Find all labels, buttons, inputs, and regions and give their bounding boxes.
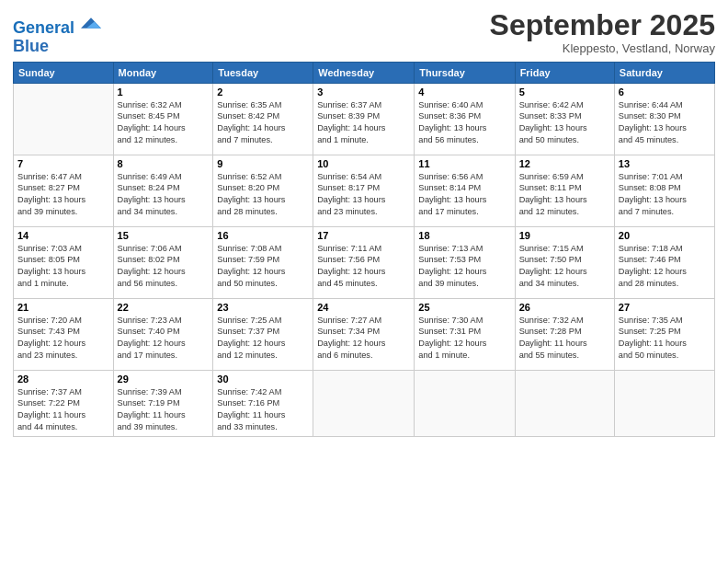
calendar-cell: 23Sunrise: 7:25 AM Sunset: 7:37 PM Dayli… <box>213 298 313 370</box>
col-thursday: Thursday <box>415 62 515 83</box>
calendar-cell: 18Sunrise: 7:13 AM Sunset: 7:53 PM Dayli… <box>415 226 515 298</box>
day-number: 30 <box>217 373 309 385</box>
day-number: 10 <box>317 158 410 169</box>
day-number: 12 <box>519 158 610 169</box>
month-title: September 2025 <box>490 9 715 41</box>
calendar-week-0: 1Sunrise: 6:32 AM Sunset: 8:45 PM Daylig… <box>14 83 715 155</box>
day-info: Sunrise: 7:06 AM Sunset: 8:02 PM Dayligh… <box>118 243 210 291</box>
col-sunday: Sunday <box>14 62 114 83</box>
day-number: 4 <box>418 86 510 98</box>
calendar-cell: 9Sunrise: 6:52 AM Sunset: 8:20 PM Daylig… <box>213 155 313 226</box>
calendar-cell: 19Sunrise: 7:15 AM Sunset: 7:50 PM Dayli… <box>515 226 614 298</box>
day-info: Sunrise: 7:30 AM Sunset: 7:31 PM Dayligh… <box>418 315 510 362</box>
col-friday: Friday <box>515 62 614 83</box>
day-info: Sunrise: 7:42 AM Sunset: 7:16 PM Dayligh… <box>217 386 309 434</box>
header-row: Sunday Monday Tuesday Wednesday Thursday… <box>14 62 715 83</box>
calendar-cell: 29Sunrise: 7:39 AM Sunset: 7:19 PM Dayli… <box>113 370 213 437</box>
day-info: Sunrise: 6:49 AM Sunset: 8:24 PM Dayligh… <box>118 171 210 219</box>
calendar-cell: 20Sunrise: 7:18 AM Sunset: 7:46 PM Dayli… <box>614 226 714 298</box>
calendar-week-4: 28Sunrise: 7:37 AM Sunset: 7:22 PM Dayli… <box>14 370 715 437</box>
day-info: Sunrise: 7:25 AM Sunset: 7:37 PM Dayligh… <box>217 315 309 362</box>
calendar-week-3: 21Sunrise: 7:20 AM Sunset: 7:43 PM Dayli… <box>14 298 715 370</box>
calendar-cell: 30Sunrise: 7:42 AM Sunset: 7:16 PM Dayli… <box>213 370 313 437</box>
calendar-cell <box>14 83 114 155</box>
day-info: Sunrise: 6:59 AM Sunset: 8:11 PM Dayligh… <box>519 171 610 219</box>
day-number: 15 <box>118 230 210 241</box>
logo-text: General <box>13 13 101 38</box>
day-number: 9 <box>217 158 309 169</box>
day-number: 11 <box>418 158 510 169</box>
col-monday: Monday <box>113 62 213 83</box>
day-number: 6 <box>619 86 711 98</box>
day-info: Sunrise: 7:03 AM Sunset: 8:05 PM Dayligh… <box>17 243 109 291</box>
calendar-cell: 25Sunrise: 7:30 AM Sunset: 7:31 PM Dayli… <box>415 298 515 370</box>
calendar-week-1: 7Sunrise: 6:47 AM Sunset: 8:27 PM Daylig… <box>14 155 715 226</box>
day-number: 28 <box>17 373 109 385</box>
day-number: 17 <box>317 230 410 241</box>
location: Kleppesto, Vestland, Norway <box>490 41 715 55</box>
day-number: 18 <box>418 230 510 241</box>
day-info: Sunrise: 7:27 AM Sunset: 7:34 PM Dayligh… <box>317 315 410 362</box>
day-info: Sunrise: 7:18 AM Sunset: 7:46 PM Dayligh… <box>619 243 711 291</box>
logo: General Blue <box>13 13 101 56</box>
day-info: Sunrise: 7:32 AM Sunset: 7:28 PM Dayligh… <box>519 315 610 362</box>
day-info: Sunrise: 6:56 AM Sunset: 8:14 PM Dayligh… <box>418 171 510 219</box>
calendar-cell: 26Sunrise: 7:32 AM Sunset: 7:28 PM Dayli… <box>515 298 614 370</box>
logo-line2: Blue <box>13 38 101 56</box>
calendar-cell: 28Sunrise: 7:37 AM Sunset: 7:22 PM Dayli… <box>14 370 114 437</box>
day-number: 16 <box>217 230 309 241</box>
day-info: Sunrise: 6:42 AM Sunset: 8:33 PM Dayligh… <box>519 99 610 147</box>
calendar-cell: 15Sunrise: 7:06 AM Sunset: 8:02 PM Dayli… <box>113 226 213 298</box>
day-number: 8 <box>118 158 210 169</box>
day-info: Sunrise: 7:08 AM Sunset: 7:59 PM Dayligh… <box>217 243 309 291</box>
day-info: Sunrise: 6:52 AM Sunset: 8:20 PM Dayligh… <box>217 171 309 219</box>
day-info: Sunrise: 6:44 AM Sunset: 8:30 PM Dayligh… <box>619 99 711 147</box>
day-info: Sunrise: 7:01 AM Sunset: 8:08 PM Dayligh… <box>619 171 711 219</box>
day-info: Sunrise: 7:13 AM Sunset: 7:53 PM Dayligh… <box>418 243 510 291</box>
calendar-cell: 8Sunrise: 6:49 AM Sunset: 8:24 PM Daylig… <box>113 155 213 226</box>
day-info: Sunrise: 6:32 AM Sunset: 8:45 PM Dayligh… <box>118 99 210 147</box>
calendar-cell: 2Sunrise: 6:35 AM Sunset: 8:42 PM Daylig… <box>213 83 313 155</box>
day-number: 3 <box>317 86 410 98</box>
calendar-cell: 14Sunrise: 7:03 AM Sunset: 8:05 PM Dayli… <box>14 226 114 298</box>
day-info: Sunrise: 7:20 AM Sunset: 7:43 PM Dayligh… <box>17 315 109 362</box>
calendar-cell: 22Sunrise: 7:23 AM Sunset: 7:40 PM Dayli… <box>113 298 213 370</box>
calendar-cell: 4Sunrise: 6:40 AM Sunset: 8:36 PM Daylig… <box>415 83 515 155</box>
calendar-cell <box>515 370 614 437</box>
day-number: 19 <box>519 230 610 241</box>
calendar-cell: 27Sunrise: 7:35 AM Sunset: 7:25 PM Dayli… <box>614 298 714 370</box>
day-number: 5 <box>519 86 610 98</box>
day-number: 22 <box>118 302 210 313</box>
logo-icon <box>81 13 101 33</box>
calendar-cell: 5Sunrise: 6:42 AM Sunset: 8:33 PM Daylig… <box>515 83 614 155</box>
day-number: 20 <box>619 230 711 241</box>
calendar-cell: 3Sunrise: 6:37 AM Sunset: 8:39 PM Daylig… <box>313 83 415 155</box>
calendar-cell: 24Sunrise: 7:27 AM Sunset: 7:34 PM Dayli… <box>313 298 415 370</box>
day-number: 21 <box>17 302 109 313</box>
day-number: 13 <box>619 158 711 169</box>
day-info: Sunrise: 6:35 AM Sunset: 8:42 PM Dayligh… <box>217 99 309 147</box>
day-number: 23 <box>217 302 309 313</box>
header: General Blue September 2025 Kleppesto, V… <box>13 9 715 56</box>
day-number: 29 <box>118 373 210 385</box>
day-number: 7 <box>17 158 109 169</box>
logo-line1: General <box>13 18 74 37</box>
calendar-cell <box>415 370 515 437</box>
col-wednesday: Wednesday <box>313 62 415 83</box>
calendar-cell: 10Sunrise: 6:54 AM Sunset: 8:17 PM Dayli… <box>313 155 415 226</box>
calendar-cell: 16Sunrise: 7:08 AM Sunset: 7:59 PM Dayli… <box>213 226 313 298</box>
day-info: Sunrise: 7:37 AM Sunset: 7:22 PM Dayligh… <box>17 386 109 434</box>
day-info: Sunrise: 7:15 AM Sunset: 7:50 PM Dayligh… <box>519 243 610 291</box>
day-info: Sunrise: 6:40 AM Sunset: 8:36 PM Dayligh… <box>418 99 510 147</box>
day-info: Sunrise: 6:54 AM Sunset: 8:17 PM Dayligh… <box>317 171 410 219</box>
day-info: Sunrise: 7:11 AM Sunset: 7:56 PM Dayligh… <box>317 243 410 291</box>
calendar-table: Sunday Monday Tuesday Wednesday Thursday… <box>13 62 715 438</box>
day-info: Sunrise: 7:39 AM Sunset: 7:19 PM Dayligh… <box>118 386 210 434</box>
calendar-cell: 6Sunrise: 6:44 AM Sunset: 8:30 PM Daylig… <box>614 83 714 155</box>
calendar-cell: 13Sunrise: 7:01 AM Sunset: 8:08 PM Dayli… <box>614 155 714 226</box>
day-info: Sunrise: 7:35 AM Sunset: 7:25 PM Dayligh… <box>619 315 711 362</box>
col-tuesday: Tuesday <box>213 62 313 83</box>
day-number: 2 <box>217 86 309 98</box>
calendar-cell: 11Sunrise: 6:56 AM Sunset: 8:14 PM Dayli… <box>415 155 515 226</box>
calendar-cell: 21Sunrise: 7:20 AM Sunset: 7:43 PM Dayli… <box>14 298 114 370</box>
